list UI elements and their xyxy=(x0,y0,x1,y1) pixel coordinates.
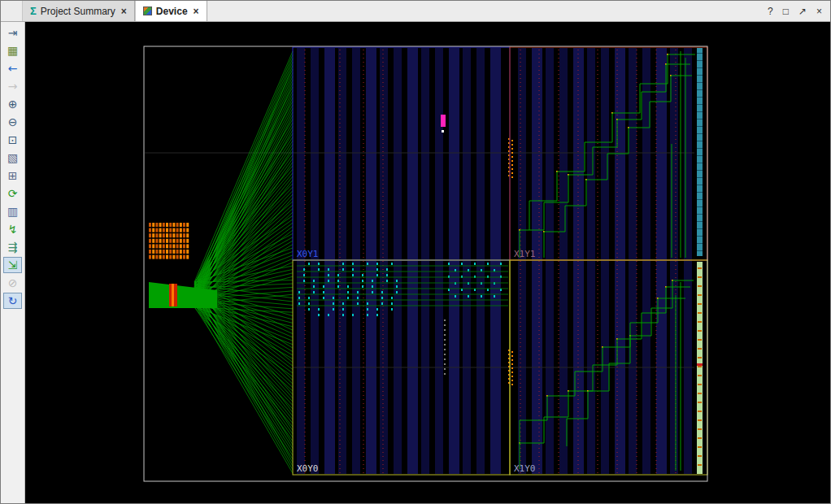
device-icon xyxy=(143,7,152,15)
region-label-x1y0: X1Y0 xyxy=(514,463,536,474)
maximize-icon[interactable]: □ xyxy=(783,7,789,16)
region-label-x0y0: X0Y0 xyxy=(297,463,319,474)
device-canvas[interactable]: X0Y1 X1Y1 X0Y0 X1Y0 xyxy=(25,22,830,503)
sigma-icon: Σ xyxy=(30,6,37,16)
back-icon[interactable]: ← xyxy=(3,60,22,76)
autofit-selection-icon[interactable]: ⟳ xyxy=(3,185,22,202)
show-routing-icon[interactable]: ↯ xyxy=(3,221,22,237)
tabbar: Σ Project Summary × Device × ? □ ↗ × xyxy=(1,1,830,22)
tab-label: Device xyxy=(156,6,188,17)
tab-close-icon[interactable]: × xyxy=(194,6,199,17)
zoom-fit-icon[interactable]: ⊡ xyxy=(3,132,22,148)
select-area-icon[interactable]: ▧ xyxy=(3,150,22,166)
tab-device[interactable]: Device × xyxy=(135,1,207,21)
swap-mode-icon[interactable]: ↻ xyxy=(3,293,22,309)
unroute-icon: ⊘ xyxy=(3,275,22,291)
device-window: Σ Project Summary × Device × ? □ ↗ × ⇥▦←… xyxy=(0,0,831,504)
zoom-out-icon[interactable]: ⊖ xyxy=(3,114,22,130)
show-connections-icon[interactable]: ⇶ xyxy=(3,239,22,255)
help-icon[interactable]: ? xyxy=(768,7,773,16)
close-icon[interactable]: × xyxy=(816,7,822,16)
fit-selection-icon[interactable]: ⊞ xyxy=(3,167,22,184)
region-label-x0y1: X0Y1 xyxy=(297,249,319,259)
tab-project-summary[interactable]: Σ Project Summary × xyxy=(22,1,135,21)
draw-pblock-icon[interactable]: ⇲ xyxy=(3,257,22,273)
tab-label: Project Summary xyxy=(41,6,115,17)
dock-icon[interactable]: ⇥ xyxy=(3,24,22,41)
window-controls: ? □ ↗ × xyxy=(759,1,830,21)
copy-icon[interactable]: ▥ xyxy=(3,203,22,219)
float-icon[interactable]: ↗ xyxy=(798,7,807,16)
window-body: ⇥▦←→⊕⊖⊡▧⊞⟳▥↯⇶⇲⊘↻ X0Y1 X1Y1 X0Y0 X1Y0 xyxy=(1,22,830,503)
region-label-x1y1: X1Y1 xyxy=(514,249,536,259)
zoom-in-icon[interactable]: ⊕ xyxy=(3,96,22,112)
device-svg: X0Y1 X1Y1 X0Y0 X1Y0 xyxy=(25,22,830,503)
tabs: Σ Project Summary × Device × xyxy=(22,1,207,21)
tab-close-icon[interactable]: × xyxy=(121,6,127,17)
device-toolbar: ⇥▦←→⊕⊖⊡▧⊞⟳▥↯⇶⇲⊘↻ xyxy=(1,22,25,503)
forward-icon: → xyxy=(3,78,22,94)
grid-icon[interactable]: ▦ xyxy=(3,42,22,59)
